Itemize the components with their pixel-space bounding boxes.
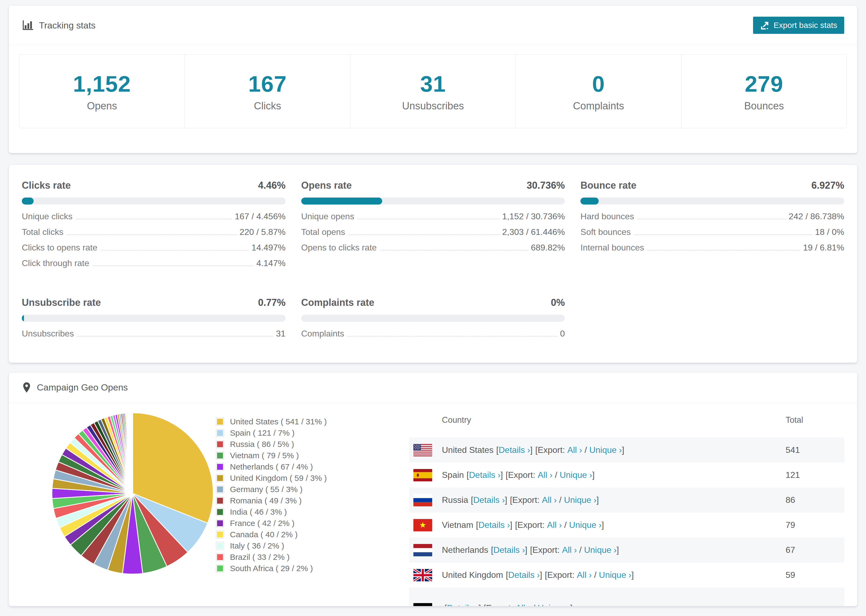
stat-value: 167 — [248, 71, 287, 97]
export-label: Export: — [538, 445, 565, 455]
legend-label: Romania ( 49 / 3% ) — [230, 496, 302, 505]
country-flag-icon — [413, 519, 432, 531]
legend-item: Brazil ( 33 / 2% ) — [216, 552, 356, 563]
rate-detail-label: Click through rate — [22, 258, 89, 268]
stat-label: Unsubscribes — [402, 100, 464, 112]
stat-cell: 279 Bounces — [682, 55, 847, 128]
export-all-link[interactable]: All › — [516, 603, 531, 606]
rate-detail-row: Unique opens 1,152 / 30.736% — [301, 212, 565, 227]
rate-block: Bounce rate 6.927% Hard bounces 242 / 86… — [580, 180, 844, 274]
export-unique-link[interactable]: Unique › — [538, 603, 570, 606]
geo-table-header: Country Total — [409, 402, 844, 438]
rate-detail-value: 1,152 / 30.736% — [502, 212, 565, 222]
export-unique-link[interactable]: Unique › — [569, 520, 601, 530]
export-all-link[interactable]: All › — [567, 445, 582, 455]
rate-detail-value: 14.497% — [252, 243, 285, 253]
export-unique-link[interactable]: Unique › — [599, 570, 631, 580]
details-link[interactable]: Details › — [479, 520, 510, 530]
export-all-link[interactable]: All › — [538, 470, 553, 480]
dotted-leader — [101, 250, 249, 250]
country-total: 79 — [780, 520, 844, 530]
country-name: United Kingdom — [442, 570, 503, 580]
export-unique-link[interactable]: Unique › — [560, 470, 592, 480]
details-link[interactable]: Details › — [499, 445, 530, 455]
campaign-geo-opens-card: Campaign Geo Opens United States ( 541 /… — [9, 372, 857, 606]
stat-cell: 31 Unsubscribes — [350, 55, 516, 128]
export-all-link[interactable]: All › — [577, 570, 592, 580]
export-all-link[interactable]: All › — [562, 545, 577, 555]
rate-detail-label: Hard bounces — [580, 212, 634, 222]
legend-color-swatch — [216, 451, 224, 460]
legend-item: Spain ( 121 / 7% ) — [216, 427, 356, 438]
rate-detail-row: Clicks to opens rate 14.497% — [22, 243, 286, 258]
export-unique-link[interactable]: Unique › — [589, 445, 622, 455]
legend-label: South Africa ( 29 / 2% ) — [230, 564, 313, 573]
progress-bar-fill — [301, 198, 382, 204]
export-label: Export: — [547, 570, 575, 580]
rate-detail-label: Unique clicks — [22, 212, 72, 222]
export-label: Export: — [486, 603, 513, 606]
rate-detail-value: 220 / 5.87% — [239, 227, 286, 237]
geo-table-row: United Kingdom[Details ›][Export: All › … — [409, 563, 844, 588]
export-all-link[interactable]: All › — [542, 495, 557, 505]
stat-label: Bounces — [744, 100, 784, 112]
legend-color-swatch — [216, 486, 224, 493]
details-link[interactable]: Details › — [508, 570, 540, 580]
rate-value: 6.927% — [811, 180, 844, 191]
export-basic-stats-button[interactable]: Export basic stats — [753, 17, 844, 34]
stat-cell: 1,152 Opens — [19, 55, 185, 128]
dotted-leader — [348, 336, 557, 336]
country-total: 59 — [780, 570, 844, 580]
rate-title: Opens rate — [301, 180, 352, 191]
export-unique-link[interactable]: Unique › — [564, 495, 597, 505]
legend-color-swatch — [216, 429, 224, 437]
progress-bar-fill — [22, 198, 34, 204]
legend-item: Canada ( 40 / 2% ) — [216, 529, 356, 540]
details-link[interactable]: Details › — [473, 495, 505, 505]
legend-label: Spain ( 121 / 7% ) — [230, 428, 294, 438]
tracking-stats-header: Tracking stats Export basic stats — [9, 6, 857, 45]
rate-detail-label: Total opens — [301, 227, 345, 237]
rate-value: 0% — [551, 297, 565, 308]
tracking-stats-card: Tracking stats Export basic stats 1,152 … — [9, 5, 857, 153]
stats-summary-box: 1,152 Opens 167 Clicks 31 Unsubscribes 0… — [19, 54, 847, 128]
legend-item: Vietnam ( 79 / 5% ) — [216, 450, 356, 461]
rate-block: Complaints rate 0% Complaints 0 — [301, 297, 565, 344]
dotted-leader — [634, 234, 812, 235]
legend-label: Germany ( 55 / 3% ) — [230, 485, 302, 494]
export-button-label: Export basic stats — [773, 21, 837, 30]
total-column-header: Total — [780, 415, 844, 425]
legend-item: India ( 46 / 3% ) — [216, 506, 356, 518]
rate-block: Opens rate 30.736% Unique opens 1,152 / … — [301, 180, 565, 274]
rate-title: Clicks rate — [22, 180, 71, 191]
geo-pie-chart — [9, 402, 216, 578]
rate-value: 30.736% — [527, 180, 565, 191]
tracking-stats-title: Tracking stats — [39, 20, 96, 31]
legend-item: Russia ( 86 / 5% ) — [216, 438, 356, 450]
legend-item: Germany ( 55 / 3% ) — [216, 484, 356, 495]
legend-item: France ( 42 / 2% ) — [216, 518, 356, 529]
details-link[interactable]: Details › — [469, 470, 501, 480]
rate-detail-row: Total opens 2,303 / 61.446% — [301, 227, 565, 243]
details-link[interactable]: Details › — [447, 603, 479, 606]
legend-color-swatch — [216, 474, 224, 482]
stat-cell: 0 Complaints — [516, 55, 681, 128]
rate-detail-row: Internal bounces 19 / 6.81% — [580, 243, 844, 258]
country-name: Vietnam — [442, 520, 473, 530]
rate-detail-label: Complaints — [301, 329, 344, 339]
geo-table-row: Spain[Details ›][Export: All › / Unique … — [409, 462, 844, 487]
dotted-leader — [77, 336, 273, 336]
rate-detail-row: Soft bounces 18 / 0% — [580, 227, 844, 243]
legend-color-swatch — [216, 508, 224, 516]
export-unique-link[interactable]: Unique › — [584, 545, 617, 555]
rates-grid: Clicks rate 4.46% Unique clicks 167 / 4.… — [9, 165, 857, 344]
details-link[interactable]: Details › — [493, 545, 525, 555]
stat-value: 1,152 — [73, 71, 131, 97]
export-all-link[interactable]: All › — [547, 520, 562, 530]
stat-value: 0 — [592, 71, 605, 97]
legend-label: United States ( 541 / 31% ) — [230, 417, 327, 426]
geo-table-row: Netherlands[Details ›][Export: All › / U… — [409, 537, 844, 563]
rate-detail-value: 4.147% — [256, 258, 286, 268]
geo-table-row: Russia[Details ›][Export: All › / Unique… — [409, 487, 844, 512]
legend-label: Netherlands ( 67 / 4% ) — [230, 462, 313, 471]
